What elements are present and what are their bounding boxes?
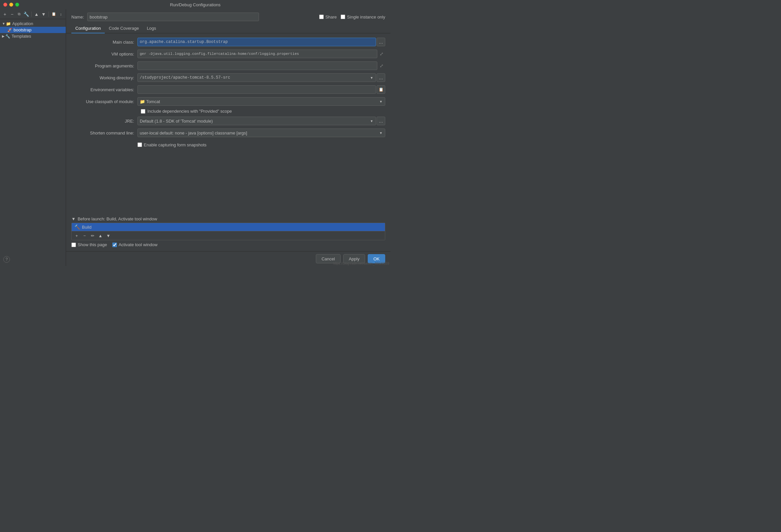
show-page-checkbox-label[interactable]: Show this page [71,242,107,247]
chevron-right-icon: ▶ [2,34,5,38]
share-checkbox-label[interactable]: Share [319,14,337,19]
templates-label: Templates [11,34,31,39]
help-icon: ? [6,257,8,262]
before-launch-toolbar: + − ✏ ▲ ▼ [72,231,385,240]
shorten-cmd-label: Shorten command line: [71,130,137,135]
include-deps-checkbox[interactable] [141,109,146,114]
program-args-row: Program arguments: ⤢ [71,61,385,70]
working-dir-row: Working directory: ▼ … [71,73,385,82]
jre-wrapper: Default (1.8 - SDK of 'Tomcat' module) ▼ [137,117,376,125]
jre-label: JRE: [71,119,137,124]
vm-options-expand-button[interactable]: ⤢ [378,50,385,57]
vm-options-input[interactable] [137,49,377,58]
run-icon: 🚀 [7,28,12,32]
name-label: Name: [71,14,84,19]
add-config-button[interactable]: + [2,11,8,17]
traffic-lights [3,3,19,7]
edit-launch-button[interactable]: ✏ [89,232,96,239]
working-dir-select-wrapper: ▼ [137,73,376,82]
sidebar-item-bootstrap[interactable]: 🚀 bootstrap [0,27,66,33]
env-vars-input[interactable] [137,85,376,94]
config-header: Name: Share Single instance only [66,9,390,24]
env-vars-label: Environment variables: [71,87,137,92]
working-dir-input[interactable] [137,73,376,82]
sort-button[interactable]: ↕ [58,11,64,17]
window-title: Run/Debug Configurations [170,2,220,7]
activate-tool-window-checkbox-label[interactable]: Activate tool window [112,242,158,247]
vm-options-row: VM options: ⤢ [71,49,385,58]
before-launch-title: Before launch: Build, Activate tool wind… [78,216,157,221]
shorten-cmd-row: Shorten command line: user-local default… [71,128,385,137]
form-snapshots-checkbox[interactable] [137,142,142,147]
working-dir-browse-button[interactable]: … [377,73,385,82]
title-bar: Run/Debug Configurations [0,0,390,9]
activate-tool-window-checkbox[interactable] [112,243,117,247]
activate-tool-window-label: Activate tool window [119,242,158,247]
program-args-expand-button[interactable]: ⤢ [378,62,385,69]
remove-config-button[interactable]: − [9,11,15,17]
main-class-browse-button[interactable]: … [377,38,385,46]
share-checkbox[interactable] [319,14,324,19]
main-class-input[interactable] [137,38,376,46]
env-vars-browse-button[interactable]: 📋 [377,85,385,94]
main-container: + − ⧉ 🔧 ▲ ▼ 📋 ↕ ▼ 📁 Application 🚀 bootst… [0,9,390,266]
sidebar-item-application[interactable]: ▼ 📁 Application [0,21,66,27]
sidebar-toolbar: + − ⧉ 🔧 ▲ ▼ 📋 ↕ [0,9,66,19]
chevron-down-icon: ▼ [2,22,5,26]
tab-code-coverage[interactable]: Code Coverage [105,24,143,33]
program-args-input[interactable] [137,62,377,70]
move-launch-up-button[interactable]: ▲ [97,232,104,239]
show-page-checkbox[interactable] [71,243,76,247]
show-page-label: Show this page [78,242,107,247]
header-right: Share Single instance only [319,14,385,19]
maximize-button[interactable] [15,3,19,7]
before-launch-header[interactable]: ▼ Before launch: Build, Activate tool wi… [71,214,385,223]
move-launch-down-button[interactable]: ▼ [105,232,112,239]
single-instance-label: Single instance only [347,14,385,19]
build-label: Build [82,225,91,230]
remove-launch-button[interactable]: − [81,232,88,239]
settings-button[interactable]: 🔧 [24,11,29,17]
jre-row: JRE: Default (1.8 - SDK of 'Tomcat' modu… [71,116,385,126]
jre-select[interactable]: Default (1.8 - SDK of 'Tomcat' module) [137,117,376,125]
shorten-cmd-wrapper: user-local default: none - java [options… [137,128,385,137]
tabs-row: Configuration Code Coverage Logs [66,24,390,33]
single-instance-checkbox[interactable] [341,14,345,19]
share-label: Share [325,14,337,19]
classpath-module-select[interactable]: 📁 Tomcat [137,97,385,106]
add-launch-button[interactable]: + [73,232,80,239]
jre-browse-button[interactable]: … [377,117,385,125]
sidebar-item-templates[interactable]: ▶ 🔧 Templates [0,33,66,39]
templates-icon: 🔧 [5,34,10,39]
classpath-module-label: Use classpath of module: [71,99,137,104]
help-button[interactable]: ? [3,256,10,263]
folder-button[interactable]: 📋 [51,11,57,17]
move-up-button[interactable]: ▲ [34,11,40,17]
minimize-button[interactable] [9,3,13,7]
move-down-button[interactable]: ▼ [41,11,47,17]
main-class-row: Main class: … [71,37,385,47]
before-launch-chevron: ▼ [71,216,76,221]
copy-config-button[interactable]: ⧉ [16,11,22,17]
right-panel: Name: Share Single instance only Configu… [66,9,390,266]
form-snapshots-row: Enable capturing form snapshots [71,140,385,149]
classpath-module-wrapper: 📁 Tomcat ▼ [137,97,385,106]
include-deps-label: Include dependencies with "Provided" sco… [147,109,232,114]
before-launch-build-item[interactable]: 🔨 Build [72,223,385,231]
main-class-label: Main class: [71,40,137,45]
single-instance-checkbox-label[interactable]: Single instance only [341,14,385,19]
tab-configuration[interactable]: Configuration [71,24,105,33]
program-args-label: Program arguments: [71,64,137,69]
application-label: Application [12,21,33,26]
env-vars-row: Environment variables: 📋 [71,85,385,94]
footnote: https://blog.csdn.net/weixin_40120559 [333,262,389,265]
close-button[interactable] [3,3,7,7]
tab-logs[interactable]: Logs [143,24,160,33]
build-icon: 🔨 [74,224,80,230]
config-tree: ▼ 📁 Application 🚀 bootstrap ▶ 🔧 Template… [0,19,66,266]
config-name-input[interactable] [87,12,259,21]
before-launch-section: ▼ Before launch: Build, Activate tool wi… [66,214,390,251]
form-snapshots-label: Enable capturing form snapshots [144,142,206,148]
toolbar-divider [31,11,32,17]
shorten-cmd-select[interactable]: user-local default: none - java [options… [137,128,385,137]
